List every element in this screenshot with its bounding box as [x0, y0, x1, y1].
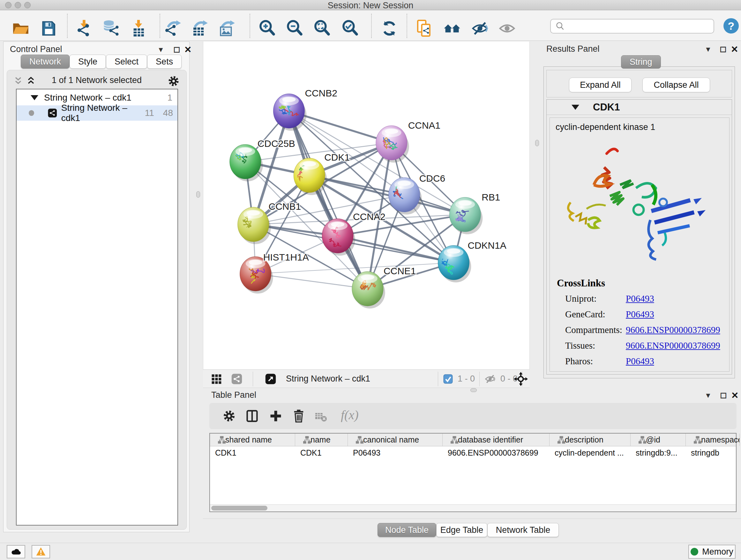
table-settings-gear-icon[interactable]	[222, 409, 236, 423]
collapse-arrow-icon[interactable]	[30, 95, 38, 100]
network-node-CDKN1A[interactable]: CDKN1A	[438, 240, 507, 283]
collapse-all-button[interactable]: Collapse All	[643, 78, 710, 92]
table-cell[interactable]: stringdb	[686, 446, 740, 459]
zoom-fit-icon[interactable]	[313, 19, 331, 37]
show-columns-icon[interactable]	[245, 409, 259, 423]
crosslink-link[interactable]: 9606.ENSP00000378699	[626, 340, 720, 351]
warnings-button[interactable]	[31, 545, 50, 558]
panel-close-icon[interactable]: ✕	[184, 44, 192, 55]
delete-table-icon[interactable]	[315, 411, 327, 423]
open-in-new-window-icon[interactable]	[265, 373, 276, 385]
right-splitter-handle[interactable]	[535, 140, 539, 146]
network-node-CCNB2[interactable]: CCNB2	[273, 88, 337, 131]
zoom-in-icon[interactable]	[259, 19, 276, 37]
column-header-label: database identifier	[458, 435, 523, 444]
table-cell[interactable]: CDK1	[295, 446, 348, 459]
collapse-arrow-icon[interactable]	[571, 105, 579, 110]
export-network-icon[interactable]	[164, 19, 182, 37]
window-title: Session: New Session	[0, 1, 741, 10]
control-panel-title: Control Panel	[10, 44, 62, 54]
search-input[interactable]	[568, 20, 714, 33]
selected-checkbox-icon[interactable]	[443, 374, 453, 384]
grid-view-icon[interactable]	[211, 373, 222, 385]
tab-style[interactable]: Style	[70, 55, 106, 69]
export-table-icon[interactable]	[191, 19, 209, 37]
network-row-selected[interactable]: String Network – cdk1 11 48	[17, 105, 178, 121]
network-overview-icon[interactable]	[231, 373, 243, 385]
open-file-icon[interactable]	[12, 19, 30, 37]
table-cell[interactable]: CDK1	[210, 446, 295, 459]
panel-float-icon[interactable]: ◻	[720, 44, 727, 54]
panel-close-icon[interactable]: ✕	[731, 390, 738, 401]
string-network-graph[interactable]: CCNB2CCNA1CDC25BCDK1CDC6RB1CCNB1CCNA2CDK…	[203, 42, 529, 369]
tab-node-table[interactable]: Node Table	[378, 523, 436, 537]
panel-float-icon[interactable]: ◻	[720, 390, 727, 400]
show-all-icon[interactable]	[498, 19, 516, 37]
export-image-icon[interactable]	[218, 19, 236, 37]
save-icon[interactable]	[40, 19, 57, 37]
column-header-name[interactable]: name	[295, 434, 348, 446]
column-header-database-identifier[interactable]: database identifier	[443, 434, 549, 446]
column-type-icon	[634, 436, 643, 444]
table-cell[interactable]: cyclin-dependent ...	[549, 446, 630, 459]
pan-crosshair-icon[interactable]	[514, 372, 528, 386]
crosslink-link[interactable]: P06493	[626, 294, 654, 304]
network-list-header: 1 of 1 Network selected	[7, 74, 186, 88]
hide-unselected-icon[interactable]	[471, 19, 489, 37]
column-header-description[interactable]: description	[549, 434, 630, 446]
column-type-icon	[447, 436, 455, 444]
panel-menu-icon[interactable]: ▼	[704, 45, 712, 54]
table-cell[interactable]: 9606.ENSP00000378699	[443, 446, 549, 459]
crosslink-link[interactable]: 9606.ENSP00000378699	[626, 325, 720, 335]
function-builder-icon[interactable]: f(x)	[341, 408, 359, 422]
crosslinks-section: CrossLinks Uniprot:P06493GeneCard:P06493…	[557, 277, 723, 372]
crosslink-link[interactable]: P06493	[626, 356, 654, 367]
tab-select[interactable]: Select	[106, 55, 147, 69]
gene-card-header[interactable]: CDK1	[547, 100, 732, 115]
hidden-eye-icon[interactable]	[484, 373, 496, 385]
crosslink-label: Uniprot:	[565, 294, 626, 304]
import-database-icon[interactable]	[102, 19, 120, 37]
zoom-out-icon[interactable]	[286, 19, 304, 37]
panel-menu-icon[interactable]: ▼	[157, 46, 164, 54]
tab-network-table[interactable]: Network Table	[487, 523, 559, 537]
clone-network-icon[interactable]	[415, 19, 433, 37]
import-network-icon[interactable]	[75, 19, 92, 37]
search-box[interactable]	[550, 19, 714, 34]
add-column-icon[interactable]	[269, 409, 283, 423]
expand-all-button[interactable]: Expand All	[569, 78, 631, 92]
zoom-selected-icon[interactable]	[341, 19, 359, 37]
table-cell[interactable]: stringdb:9...	[630, 446, 686, 459]
table-cell[interactable]: P06493	[348, 446, 443, 459]
column-header-shared-name[interactable]: shared name	[210, 434, 295, 446]
refresh-icon[interactable]	[381, 19, 398, 37]
tab-network[interactable]: Network	[21, 55, 70, 69]
network-options-gear-icon[interactable]	[167, 75, 180, 87]
help-icon[interactable]: ?	[724, 18, 739, 34]
cloud-status-button[interactable]	[7, 545, 25, 558]
table-row[interactable]: CDK1CDK1P064939606.ENSP00000378699cyclin…	[210, 446, 736, 459]
first-neighbors-icon[interactable]	[444, 19, 461, 37]
horizontal-scrollbar[interactable]	[210, 504, 736, 511]
bottom-splitter-handle[interactable]	[470, 388, 477, 392]
network-node-CCNE1[interactable]: CCNE1	[352, 266, 416, 309]
column-header-namespace[interactable]: namespace	[686, 434, 740, 446]
network-node-CDK1[interactable]: CDK1	[292, 152, 350, 195]
crosslink-link[interactable]: P06493	[626, 309, 654, 320]
scrollbar-thumb[interactable]	[211, 506, 267, 510]
tab-string[interactable]: String	[621, 55, 661, 69]
network-node-RB1[interactable]: RB1	[449, 192, 500, 234]
panel-float-icon[interactable]: ◻	[173, 44, 180, 54]
delete-column-icon[interactable]	[292, 409, 306, 423]
left-splitter-handle[interactable]	[196, 191, 200, 198]
memory-button[interactable]: Memory	[688, 545, 736, 559]
tab-sets[interactable]: Sets	[147, 55, 182, 69]
column-header-@id[interactable]: @id	[630, 434, 686, 446]
panel-close-icon[interactable]: ✕	[731, 44, 738, 55]
column-header-canonical-name[interactable]: canonical name	[348, 434, 443, 446]
panel-menu-icon[interactable]: ▼	[704, 391, 712, 400]
network-canvas[interactable]: CCNB2CCNA1CDC25BCDK1CDC6RB1CCNB1CCNA2CDK…	[203, 42, 530, 369]
tab-edge-table[interactable]: Edge Table	[436, 523, 487, 537]
network-node-CCNA1[interactable]: CCNA1	[376, 120, 441, 163]
import-table-icon[interactable]	[130, 19, 147, 37]
